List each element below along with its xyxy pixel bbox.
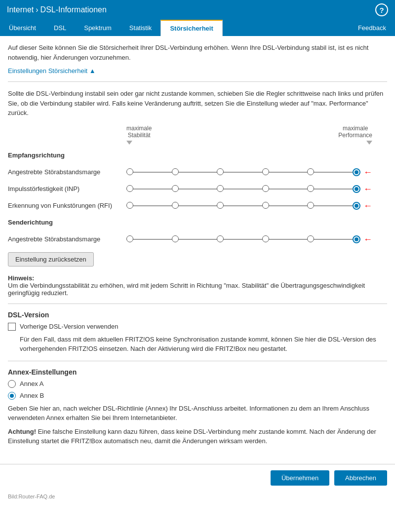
track-stoer-sende[interactable] (126, 235, 360, 243)
breadcrumb: Internet › DSL-Informationen (7, 5, 107, 14)
track-nodes-rfi (126, 202, 360, 210)
track-nodes-sende (126, 235, 360, 243)
annex-b-label[interactable]: Annex B (20, 392, 44, 399)
tab-stoersicherheit[interactable]: Störsicherheit (160, 20, 222, 36)
stability-arrow (126, 141, 132, 145)
section-sende-header: Senderichtung (8, 216, 387, 229)
annex-a-row[interactable]: Annex A (8, 380, 387, 388)
annex-warning: Achtung! Eine falsche Einstellung kann d… (8, 427, 387, 446)
reset-button[interactable]: Einstellung zurücksetzen (8, 252, 94, 266)
hint-box: Hinweis: Um die Verbindungsstabilität zu… (8, 274, 387, 297)
divider-1 (8, 81, 387, 82)
rfi-node-1[interactable] (126, 202, 133, 209)
rfi-node-3[interactable] (217, 202, 224, 209)
stability-label: maximale Stabilität (126, 125, 152, 139)
node-5[interactable] (307, 168, 314, 175)
divider-3 (8, 361, 387, 361)
performance-arrow (366, 141, 372, 145)
stoer-empfang-label: Angestrebte Störabstandsmarge (8, 168, 126, 176)
sende-node-3[interactable] (217, 235, 224, 242)
inp-node-2[interactable] (172, 185, 179, 192)
slider-row-stoer-sende[interactable]: Angestrebte Störabstandsmarge ← (8, 232, 387, 246)
section-empfang-header: Empfangsrichtung (8, 149, 387, 162)
inp-node-6-selected[interactable] (353, 185, 360, 193)
dsl-version-title: DSL-Version (8, 311, 387, 319)
inp-node-1[interactable] (126, 185, 133, 192)
stoer-empfang-track[interactable]: ← (126, 168, 387, 177)
dsl-version-checkbox-label[interactable]: Vorherige DSL-Version verwenden (20, 323, 118, 330)
annex-a-label[interactable]: Annex A (20, 380, 43, 387)
page-header: Internet › DSL-Informationen ? (0, 0, 395, 20)
slider-row-inp[interactable]: Impulsstörfestigkeit (INP) ← (8, 182, 387, 196)
stoer-sende-track[interactable]: ← (126, 235, 387, 244)
inp-track[interactable]: ← (126, 185, 387, 193)
annex-b-radio[interactable] (8, 392, 16, 400)
dsl-version-checkbox-row[interactable]: Vorherige DSL-Version verwenden (8, 323, 387, 331)
breadcrumb-page: DSL-Informationen (40, 5, 107, 14)
dsl-version-checkbox[interactable] (8, 323, 16, 331)
annex-warning-bold: Achtung! (8, 428, 36, 435)
slider-row-rfi[interactable]: Erkennung von Funkstörungen (RFI) ← (8, 199, 387, 213)
watermark: Bild:Router-FAQ.de (0, 492, 395, 502)
sende-node-2[interactable] (172, 235, 179, 242)
divider-2 (8, 304, 387, 304)
tab-statistik[interactable]: Statistik (120, 20, 161, 36)
annex-section: Annex-Einstellungen Annex A Annex B Gebe… (8, 368, 387, 446)
sende-node-1[interactable] (126, 235, 133, 242)
rfi-node-6-selected[interactable] (353, 202, 360, 210)
track-stoer-empfang[interactable] (126, 168, 360, 176)
track-nodes (126, 168, 360, 176)
hint-text: Um die Verbindungsstabilität zu erhöhen,… (8, 282, 365, 297)
tab-bar: Übersicht DSL Spektrum Statistik Störsic… (0, 20, 395, 36)
rfi-node-4[interactable] (262, 202, 269, 209)
track-nodes-inp (126, 185, 360, 193)
performance-label: maximale Performance (338, 125, 372, 139)
main-content: Auf dieser Seite können Sie die Störsich… (0, 36, 395, 456)
tab-uebersicht[interactable]: Übersicht (0, 20, 45, 36)
inp-node-4[interactable] (262, 185, 269, 192)
annex-b-row[interactable]: Annex B (8, 392, 387, 400)
tab-feedback[interactable]: Feedback (349, 20, 395, 36)
node-4[interactable] (262, 168, 269, 175)
tab-dsl[interactable]: DSL (45, 20, 75, 36)
track-inp[interactable] (126, 185, 360, 193)
red-arrow-inp: ← (363, 185, 372, 193)
sende-node-5[interactable] (307, 235, 314, 242)
node-3[interactable] (217, 168, 224, 175)
intro-text: Auf dieser Seite können Sie die Störsich… (8, 43, 387, 62)
footer: Übernehmen Abbrechen (0, 464, 395, 492)
rfi-track[interactable]: ← (126, 201, 387, 210)
slider-axis-labels: maximale Stabilität maximale Performance (8, 125, 387, 139)
rfi-label: Erkennung von Funkstörungen (RFI) (8, 202, 126, 209)
inp-node-5[interactable] (307, 185, 314, 192)
dsl-version-desc: Für den Fall, dass mit dem aktuellen FRI… (20, 335, 387, 354)
track-rfi[interactable] (126, 202, 360, 210)
sende-node-4[interactable] (262, 235, 269, 242)
stoer-sende-label: Angestrebte Störabstandsmarge (8, 235, 126, 243)
annex-a-radio[interactable] (8, 380, 16, 388)
rfi-node-5[interactable] (307, 202, 314, 209)
inp-label: Impulsstörfestigkeit (INP) (8, 185, 126, 192)
cancel-button[interactable]: Abbrechen (334, 470, 387, 486)
breadcrumb-sep: › (36, 5, 38, 14)
node-6-selected[interactable] (353, 168, 360, 176)
sende-node-6-selected[interactable] (353, 235, 360, 243)
annex-title: Annex-Einstellungen (8, 368, 387, 376)
node-1[interactable] (126, 168, 133, 175)
hint-title: Hinweis: (8, 274, 34, 282)
empfangsrichtung-label: Empfangsrichtung (8, 152, 126, 159)
tab-spektrum[interactable]: Spektrum (75, 20, 120, 36)
help-icon[interactable]: ? (375, 3, 388, 16)
confirm-button[interactable]: Übernehmen (271, 470, 329, 486)
node-2[interactable] (172, 168, 179, 175)
annex-warning-text: Eine falsche Einstellung kann dazu führe… (8, 428, 376, 445)
red-arrow-sende: ← (363, 235, 372, 244)
red-arrow-rfi: ← (363, 201, 372, 210)
settings-link[interactable]: Einstellungen Störsicherheit ▲ (8, 67, 96, 75)
inp-node-3[interactable] (217, 185, 224, 192)
breadcrumb-home[interactable]: Internet (7, 5, 34, 14)
rfi-node-2[interactable] (172, 202, 179, 209)
instability-text: Sollte die DSL-Verbindung instabil sein … (8, 89, 387, 118)
slider-row-stoer-empfang[interactable]: Angestrebte Störabstandsmarge ← (8, 165, 387, 179)
dsl-version-section: DSL-Version Vorherige DSL-Version verwen… (8, 311, 387, 354)
